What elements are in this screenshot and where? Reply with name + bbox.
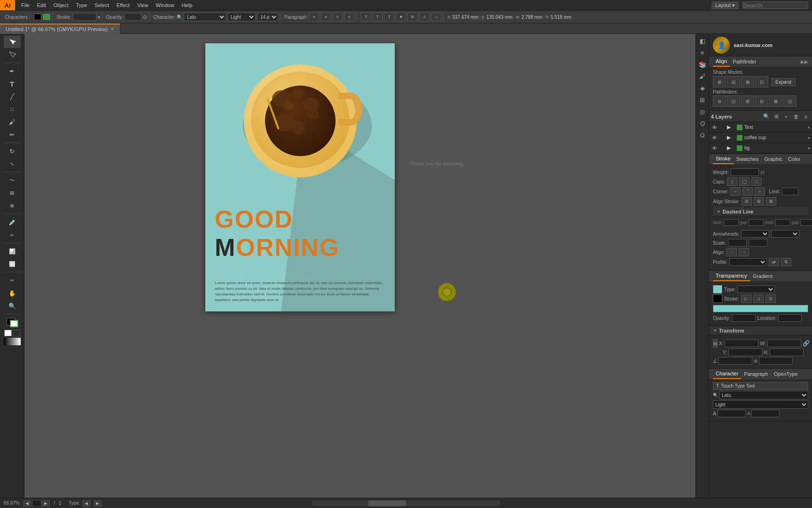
tab-gradient[interactable]: Gradient xyxy=(750,271,775,281)
toolbar-size-select[interactable]: 14 pt xyxy=(257,13,278,21)
gradient-swatch-1[interactable] xyxy=(713,285,722,294)
free-transform-tool[interactable]: ⊞ xyxy=(4,187,21,199)
layer-visibility-icon-2[interactable]: 👁 xyxy=(711,135,718,141)
right-icon-glyphs[interactable]: Ω xyxy=(697,130,708,140)
corner-miter-btn[interactable]: ⌐ xyxy=(730,187,741,196)
gradient-stroke-btn3[interactable]: ⊡ xyxy=(765,294,776,303)
layer-visibility-toggle-3[interactable]: ● xyxy=(808,146,810,151)
menu-type[interactable]: Type xyxy=(73,1,91,9)
graph-tool[interactable]: 📊 xyxy=(4,245,21,257)
char-font-select[interactable]: Lato xyxy=(719,391,808,399)
prev-artboard-btn[interactable]: ◀ xyxy=(23,500,31,507)
right-icon-properties[interactable]: ◧ xyxy=(697,36,708,46)
shape-builder-tool[interactable]: ⊕ xyxy=(4,199,21,212)
transform-expand-icon[interactable]: ⋮ xyxy=(804,328,808,333)
divide-btn[interactable]: ⊘ xyxy=(713,95,726,107)
hand-tool[interactable]: ✋ xyxy=(4,287,21,299)
align-panel-options-icon[interactable]: ▶▶ xyxy=(801,59,808,64)
tab-align[interactable]: Align xyxy=(713,56,730,67)
menu-object[interactable]: Object xyxy=(50,1,72,9)
dash-input-2[interactable] xyxy=(775,219,790,226)
layers-search-icon[interactable]: 🔍 xyxy=(762,112,771,121)
align-inside-btn[interactable]: ⊞ xyxy=(754,197,764,206)
fill-color-swatch[interactable] xyxy=(34,14,41,20)
align2-btn2[interactable]: → xyxy=(739,248,749,256)
right-icon-brushes[interactable]: 🖌 xyxy=(697,71,708,81)
layer-row-coffee-cup[interactable]: 👁 ▶ coffee cup ● xyxy=(709,133,812,143)
tab-pathfinder[interactable]: Pathfinder xyxy=(730,56,759,67)
line-tool[interactable]: ╱ xyxy=(4,90,21,103)
toolbar-style-select[interactable]: Light xyxy=(227,13,256,21)
scale-input-2[interactable]: 100% xyxy=(749,239,767,246)
doc-tab-close-icon[interactable]: ✕ xyxy=(110,26,114,32)
trim-btn[interactable]: ⊡ xyxy=(727,95,740,107)
transform-reference-icon[interactable]: ⊞ xyxy=(713,339,718,348)
next-artboard-btn[interactable]: ▶ xyxy=(42,500,50,507)
right-icon-graphic-styles[interactable]: ⊞ xyxy=(697,95,708,105)
layers-menu-icon[interactable]: ≡ xyxy=(802,112,810,121)
blend-tool[interactable]: ∞ xyxy=(4,229,21,241)
right-icon-libraries[interactable]: 📚 xyxy=(697,59,708,70)
transform-w-input[interactable]: 2.788 mm xyxy=(767,340,801,347)
right-icon-symbols[interactable]: ◈ xyxy=(697,83,708,93)
outline-btn[interactable]: ⊠ xyxy=(769,95,782,107)
profile-reverse-btn[interactable]: ⇅ xyxy=(781,258,791,266)
doc-tab-main[interactable]: Untitled-1* @ 66.67% (CMYK/GPU Preview) … xyxy=(0,24,120,34)
toolbar-type-btn7[interactable]: ↔ xyxy=(431,12,441,22)
transform-panel-header[interactable]: ▼ Transform ⋮ xyxy=(709,326,812,335)
right-icon-opentype[interactable]: Ọ xyxy=(697,118,708,128)
merge-btn[interactable]: ⊞ xyxy=(741,95,754,107)
rect-tool[interactable]: □ xyxy=(4,103,21,115)
layout-button[interactable]: Layout ▾ xyxy=(711,1,739,9)
arrowhead-end-select[interactable] xyxy=(771,230,799,238)
layer-visibility-toggle[interactable]: ● xyxy=(808,125,810,130)
menu-select[interactable]: Select xyxy=(91,1,112,9)
toolbar-font-select[interactable]: Lato xyxy=(184,13,226,21)
transform-y-input[interactable]: 135.043 mm xyxy=(728,349,762,356)
canvas-area[interactable]: GOOD MORNING Lorem ipsum dolor sit amet,… xyxy=(24,34,709,498)
paintbrush-tool[interactable]: 🖌 xyxy=(4,116,21,128)
pen-tool[interactable]: ✒ xyxy=(4,65,21,77)
profile-select[interactable] xyxy=(729,258,767,266)
warp-tool[interactable]: 〜 xyxy=(4,174,21,186)
corner-bevel-btn[interactable]: ⌐ xyxy=(755,187,765,196)
status-prev-btn[interactable]: ◀ xyxy=(83,500,90,507)
toolbar-opacity-icon[interactable]: ⊙ xyxy=(143,14,147,20)
selection-tool[interactable] xyxy=(4,36,21,48)
layers-delete-icon[interactable]: 🗑 xyxy=(792,112,800,121)
exclude-btn[interactable]: ⊡ xyxy=(755,76,768,87)
unite-btn[interactable]: ⊞ xyxy=(713,76,726,87)
pencil-tool[interactable]: ✏ xyxy=(4,128,21,141)
gradient-stroke-btn1[interactable]: ▷ xyxy=(741,294,751,303)
transform-h-input[interactable]: 5.518 mm xyxy=(770,349,804,356)
layer-expand-arrow-2[interactable]: ▶ xyxy=(727,135,734,141)
tab-character[interactable]: Character xyxy=(713,369,741,379)
toolbar-type-btn3[interactable]: T xyxy=(384,12,394,22)
app-search-input[interactable] xyxy=(742,1,808,9)
horizontal-scrollbar[interactable] xyxy=(312,500,500,506)
arrowhead-start-select[interactable] xyxy=(741,230,769,238)
layer-visibility-toggle-2[interactable]: ● xyxy=(808,135,810,140)
layer-visibility-icon[interactable]: 👁 xyxy=(711,124,718,131)
normal-view-btn[interactable] xyxy=(4,330,12,336)
toolbar-type-btn6[interactable]: A xyxy=(419,12,429,22)
layers-options-icon[interactable]: ⊞ xyxy=(772,112,781,121)
toolbar-align-right[interactable]: ≡ xyxy=(332,12,343,22)
transform-angle-input[interactable]: 0° xyxy=(718,357,752,365)
char-size2-input[interactable]: 135.5 pt xyxy=(751,410,780,417)
layer-expand-arrow-3[interactable]: ▶ xyxy=(727,145,734,151)
screen-mode-btn[interactable] xyxy=(4,338,21,345)
toolbar-stroke-arrow[interactable]: ▾ xyxy=(98,15,100,20)
layer-visibility-icon-3[interactable]: 👁 xyxy=(711,145,718,151)
cap-square-btn[interactable]: □ xyxy=(751,177,762,186)
toolbar-align-left[interactable]: ≡ xyxy=(309,12,319,22)
rotate-tool[interactable]: ↻ xyxy=(4,145,21,157)
menu-window[interactable]: Window xyxy=(153,1,178,9)
yellow-circle-object[interactable] xyxy=(438,283,456,301)
layer-row-text[interactable]: 👁 ▶ Text ● xyxy=(709,122,812,133)
minus-front-btn[interactable]: ⊟ xyxy=(727,76,740,87)
right-icon-appearance[interactable]: ◎ xyxy=(697,106,708,117)
transform-x-input[interactable]: 337.674 mm xyxy=(725,340,758,347)
direct-selection-tool[interactable] xyxy=(4,48,21,61)
toolbar-type-btn5[interactable]: ⊕ xyxy=(407,12,418,22)
